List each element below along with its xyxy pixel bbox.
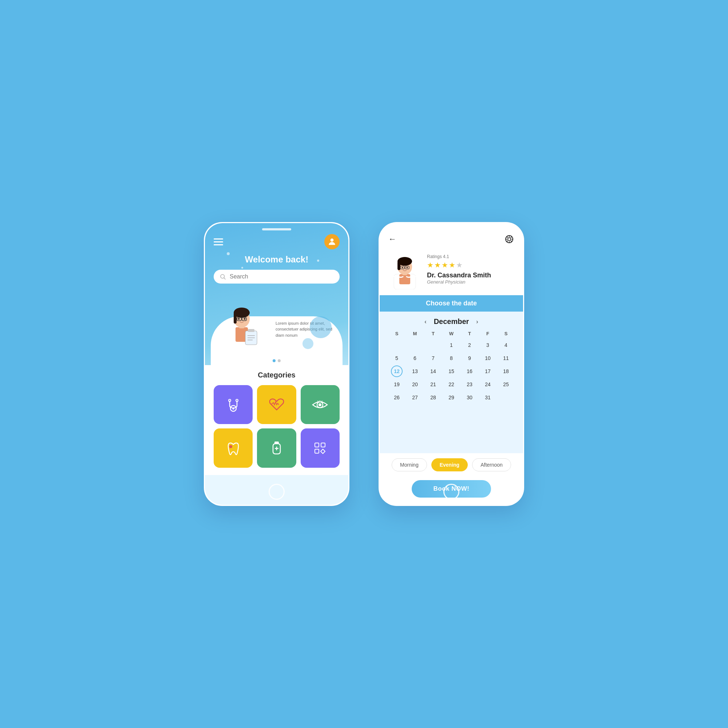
cal-day[interactable]: 9 bbox=[464, 352, 476, 364]
cal-day[interactable]: 3 bbox=[482, 339, 494, 351]
cal-day[interactable]: 24 bbox=[482, 379, 494, 390]
cal-day[interactable]: 2 bbox=[464, 339, 476, 351]
cal-day[interactable]: 18 bbox=[500, 366, 512, 377]
cal-day[interactable]: 22 bbox=[445, 379, 457, 390]
cal-day bbox=[409, 339, 421, 351]
deco-circle bbox=[303, 338, 314, 349]
categories-title: Categories bbox=[214, 371, 340, 379]
time-slot-afternoon[interactable]: Afternoon bbox=[472, 458, 511, 471]
svg-point-61 bbox=[407, 267, 408, 268]
svg-point-9 bbox=[238, 318, 240, 320]
user-icon bbox=[327, 237, 337, 246]
cal-day[interactable]: 25 bbox=[500, 379, 512, 390]
welcome-text: Welcome back! bbox=[205, 253, 348, 266]
phone2-screen: ← bbox=[380, 223, 523, 505]
cal-day[interactable]: 5 bbox=[391, 352, 402, 364]
day-header-fri: F bbox=[479, 329, 496, 338]
cal-day[interactable]: 30 bbox=[464, 392, 476, 403]
category-cardiology[interactable] bbox=[257, 385, 296, 424]
category-others[interactable] bbox=[301, 428, 340, 467]
dot[interactable] bbox=[278, 359, 281, 362]
cal-day[interactable]: 20 bbox=[409, 379, 421, 390]
category-dentistry[interactable] bbox=[214, 428, 252, 467]
svg-rect-17 bbox=[248, 329, 254, 332]
home-button[interactable] bbox=[269, 484, 284, 500]
cal-day[interactable]: 1 bbox=[445, 339, 457, 351]
cal-day[interactable]: 29 bbox=[445, 392, 457, 403]
grid-icon bbox=[310, 438, 330, 458]
search-icon bbox=[219, 273, 226, 280]
svg-line-47 bbox=[507, 237, 508, 238]
svg-line-48 bbox=[511, 241, 512, 242]
svg-point-26 bbox=[318, 403, 321, 406]
svg-point-60 bbox=[402, 267, 403, 268]
search-bar[interactable] bbox=[214, 270, 340, 284]
cal-day[interactable]: 26 bbox=[391, 392, 402, 403]
settings-icon[interactable] bbox=[504, 234, 514, 244]
svg-rect-52 bbox=[399, 274, 410, 284]
svg-point-10 bbox=[244, 318, 246, 320]
cal-day[interactable]: 13 bbox=[409, 366, 421, 377]
cal-day[interactable]: 11 bbox=[500, 352, 512, 364]
day-header-sun: S bbox=[388, 329, 405, 338]
calendar-nav: ‹ December › bbox=[388, 317, 514, 326]
svg-line-49 bbox=[511, 237, 512, 238]
svg-line-2 bbox=[224, 278, 226, 280]
cal-day[interactable]: 14 bbox=[427, 366, 439, 377]
back-button[interactable]: ← bbox=[388, 234, 396, 244]
cal-day[interactable]: 23 bbox=[464, 379, 476, 390]
cal-day[interactable]: 17 bbox=[482, 366, 494, 377]
category-general[interactable] bbox=[214, 385, 252, 424]
sparkle-dot bbox=[329, 281, 330, 283]
heart-icon bbox=[266, 395, 287, 415]
star-4: ★ bbox=[449, 261, 455, 269]
categories-grid bbox=[214, 385, 340, 468]
home-button-2[interactable] bbox=[444, 484, 459, 500]
menu-icon[interactable] bbox=[214, 239, 223, 245]
avatar-button[interactable] bbox=[324, 234, 340, 249]
medicine-icon bbox=[266, 438, 287, 458]
cal-day[interactable]: 8 bbox=[445, 352, 457, 364]
star-5: ★ bbox=[456, 261, 463, 269]
stethoscope-icon bbox=[223, 395, 243, 415]
time-slot-evening[interactable]: Evening bbox=[431, 458, 468, 471]
cal-day[interactable]: 28 bbox=[427, 392, 439, 403]
carousel-dots bbox=[211, 356, 343, 365]
phone1-header bbox=[205, 223, 348, 253]
cal-day[interactable]: 6 bbox=[409, 352, 421, 364]
calendar-section: ‹ December › S M T W T F S bbox=[380, 312, 523, 453]
svg-point-24 bbox=[232, 407, 234, 410]
doctor-specialty: General Physician bbox=[427, 279, 514, 284]
svg-marker-40 bbox=[321, 449, 325, 454]
cal-day[interactable]: 15 bbox=[445, 366, 457, 377]
cal-day[interactable]: 10 bbox=[482, 352, 494, 364]
category-ophthalmology[interactable] bbox=[301, 385, 340, 424]
cal-day[interactable]: 27 bbox=[409, 392, 421, 403]
day-header-sat: S bbox=[498, 329, 514, 338]
svg-rect-8 bbox=[234, 313, 237, 324]
svg-rect-56 bbox=[398, 262, 401, 270]
deco-circle bbox=[310, 316, 332, 338]
svg-rect-39 bbox=[315, 449, 319, 453]
cal-day[interactable]: 21 bbox=[427, 379, 439, 390]
sparkle-dot bbox=[317, 260, 319, 262]
eye-icon bbox=[310, 395, 330, 415]
star-1: ★ bbox=[427, 261, 434, 269]
doctor-illustration bbox=[218, 293, 265, 356]
category-pharmacy[interactable] bbox=[257, 428, 296, 467]
cal-day[interactable]: 7 bbox=[427, 352, 439, 364]
next-month-button[interactable]: › bbox=[476, 318, 478, 325]
prev-month-button[interactable]: ‹ bbox=[424, 318, 426, 325]
cal-day-selected[interactable]: 12 bbox=[391, 366, 402, 377]
doctor-name: Dr. Cassandra Smith bbox=[427, 272, 514, 279]
star-3: ★ bbox=[442, 261, 448, 269]
cal-day[interactable]: 19 bbox=[391, 379, 402, 390]
day-header-wed: W bbox=[443, 329, 460, 338]
cal-day[interactable]: 16 bbox=[464, 366, 476, 377]
dot-active[interactable] bbox=[273, 359, 275, 362]
cal-day[interactable]: 4 bbox=[500, 339, 512, 351]
time-slot-morning[interactable]: Morning bbox=[392, 458, 427, 471]
day-header-tue: T bbox=[425, 329, 442, 338]
search-input[interactable] bbox=[230, 273, 334, 280]
cal-day[interactable]: 31 bbox=[482, 392, 494, 403]
